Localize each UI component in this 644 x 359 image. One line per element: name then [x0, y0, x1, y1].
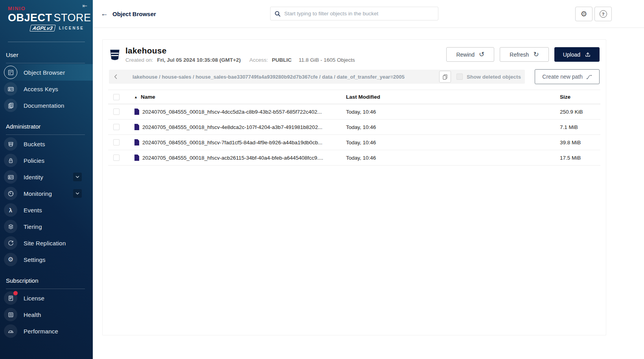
- create-path-icon: [586, 74, 592, 80]
- sidebar-item-identity[interactable]: Identity: [0, 169, 93, 185]
- last-modified-column-header[interactable]: Last Modified: [346, 94, 560, 100]
- sidebar-item-label: Policies: [24, 157, 44, 164]
- object-last-modified: Today, 10:46: [346, 124, 560, 130]
- table-row[interactable]: 20240705_084555_00018_hfscv-4e8dca2c-107…: [108, 120, 600, 135]
- copy-path-button[interactable]: [439, 71, 451, 83]
- bucket-usage: 11.8 GiB - 1605 Objects: [299, 57, 355, 63]
- sidebar-item-label: Health: [24, 311, 41, 318]
- site-replication-icon: [7, 240, 14, 247]
- path-row: lakehouse / house-sales / house_sales-ba…: [109, 69, 600, 84]
- breadcrumb[interactable]: lakehouse / house-sales / house_sales-ba…: [132, 74, 436, 80]
- identity-icon: [7, 174, 14, 180]
- sidebar-item-documentation[interactable]: Documentation: [0, 97, 93, 114]
- buckets-icon: [7, 141, 14, 147]
- gear-icon: ⚙: [580, 10, 587, 18]
- create-new-path-label: Create new path: [542, 74, 583, 80]
- sidebar-item-label: Documentation: [24, 102, 64, 109]
- sidebar: ⇤ MINIO OBJECTSTORE AGPLv3 LICENSE User …: [0, 0, 93, 359]
- health-icon: [7, 311, 14, 318]
- sidebar-section-administrator: Administrator: [6, 123, 93, 130]
- access-value[interactable]: PUBLIC: [272, 57, 292, 63]
- help-button[interactable]: ?: [594, 7, 612, 21]
- sidebar-item-monitoring[interactable]: Monitoring: [0, 185, 93, 202]
- divider: [6, 134, 85, 135]
- table-row[interactable]: 20240705_084555_00018_hfscv-4dcc5d2a-c8b…: [108, 104, 600, 120]
- sidebar-item-policies[interactable]: Policies: [0, 152, 93, 169]
- sidebar-item-label: Settings: [24, 256, 46, 263]
- sidebar-item-settings[interactable]: ⚙ Settings: [0, 251, 93, 268]
- sidebar-item-access-keys[interactable]: Access Keys: [0, 81, 93, 97]
- back-arrow-icon[interactable]: ←: [101, 9, 108, 18]
- divider: [8, 42, 85, 42]
- file-icon: [134, 124, 139, 130]
- chevron-down-icon[interactable]: [73, 189, 82, 198]
- chevron-down-icon[interactable]: [73, 173, 82, 181]
- sidebar-item-buckets[interactable]: Buckets: [0, 136, 93, 152]
- table-row[interactable]: 20240705_084555_00018_hfscv-7fad1cf5-84a…: [108, 135, 600, 150]
- object-name: 20240705_084555_00018_hfscv-4e8dca2c-107…: [142, 124, 322, 130]
- row-checkbox[interactable]: [113, 155, 120, 161]
- size-column-header[interactable]: Size: [560, 94, 600, 100]
- sidebar-item-label: Tiering: [24, 223, 42, 230]
- copy-icon: [442, 74, 448, 80]
- show-deleted-label: Show deleted objects: [467, 74, 521, 80]
- table-row[interactable]: 20240705_084555_00018_hfscv-acb26115-34b…: [108, 150, 600, 166]
- help-icon: ?: [600, 10, 607, 18]
- rewind-button-label: Rewind: [456, 52, 475, 58]
- rewind-icon: ↺: [479, 51, 484, 58]
- access-keys-icon: [7, 86, 14, 92]
- divider: [6, 63, 85, 63]
- row-checkbox[interactable]: [113, 139, 120, 145]
- app-logo: MINIO OBJECTSTORE AGPLv3 LICENSE: [0, 0, 93, 31]
- license-label: LICENSE: [59, 26, 84, 30]
- object-browser-icon: [7, 69, 14, 76]
- upload-icon: [585, 52, 591, 58]
- sidebar-item-label: Identity: [24, 174, 43, 180]
- back-navigation[interactable]: ← Object Browser: [101, 0, 156, 28]
- refresh-icon: ↻: [533, 51, 539, 58]
- sidebar-item-object-browser[interactable]: Object Browser: [0, 64, 93, 81]
- license-alert-dot: [13, 291, 18, 295]
- object-size: 250.9 KiB: [560, 109, 600, 115]
- row-checkbox[interactable]: [113, 124, 120, 130]
- sidebar-item-label: Buckets: [24, 141, 45, 147]
- object-filter-search[interactable]: [270, 7, 438, 20]
- logo-product: OBJECTSTORE: [8, 12, 85, 24]
- table-header: ▲ Name Last Modified Size: [108, 90, 600, 104]
- object-size: 17.5 MiB: [560, 155, 600, 161]
- top-bar: ← Object Browser ⚙ ?: [93, 0, 644, 28]
- created-label: Created on:: [125, 57, 153, 63]
- breadcrumb-back-button[interactable]: [109, 70, 123, 84]
- sidebar-item-events[interactable]: λ Events: [0, 202, 93, 218]
- show-deleted-toggle[interactable]: Show deleted objects: [456, 74, 521, 80]
- search-icon: [274, 11, 281, 17]
- object-last-modified: Today, 10:46: [346, 109, 560, 115]
- agpl-badge: AGPLv3: [29, 25, 55, 31]
- sidebar-item-label: Access Keys: [24, 86, 58, 92]
- events-icon: λ: [9, 207, 12, 214]
- sidebar-item-health[interactable]: Health: [0, 306, 93, 323]
- create-new-path-button[interactable]: Create new path: [535, 69, 600, 84]
- name-column-header[interactable]: ▲ Name: [134, 94, 346, 100]
- rewind-button[interactable]: Rewind ↺: [446, 47, 494, 62]
- row-checkbox[interactable]: [113, 109, 120, 115]
- access-label: Access:: [249, 57, 268, 63]
- sidebar-item-tiering[interactable]: Tiering: [0, 218, 93, 235]
- sort-ascending-icon[interactable]: ▲: [134, 95, 138, 99]
- object-size: 39.8 MiB: [560, 140, 600, 145]
- upload-button-label: Upload: [563, 52, 580, 58]
- sidebar-item-license[interactable]: License: [0, 290, 93, 306]
- select-all-checkbox[interactable]: [113, 94, 120, 100]
- show-deleted-checkbox[interactable]: [456, 74, 463, 80]
- search-input[interactable]: [284, 11, 434, 17]
- settings-button[interactable]: ⚙: [575, 7, 592, 21]
- main-content: lakehouse Created on: Fri, Jul 05 2024 1…: [93, 28, 644, 359]
- gear-icon: ⚙: [8, 256, 13, 263]
- sidebar-item-performance[interactable]: Performance: [0, 323, 93, 339]
- sidebar-item-site-replication[interactable]: Site Replication: [0, 235, 93, 251]
- refresh-button[interactable]: Refresh ↻: [500, 47, 548, 62]
- sidebar-collapse-icon[interactable]: ⇤: [82, 2, 87, 9]
- object-name: 20240705_084555_00018_hfscv-7fad1cf5-84a…: [142, 140, 322, 145]
- documentation-icon: [7, 102, 14, 109]
- upload-button[interactable]: Upload: [554, 47, 600, 62]
